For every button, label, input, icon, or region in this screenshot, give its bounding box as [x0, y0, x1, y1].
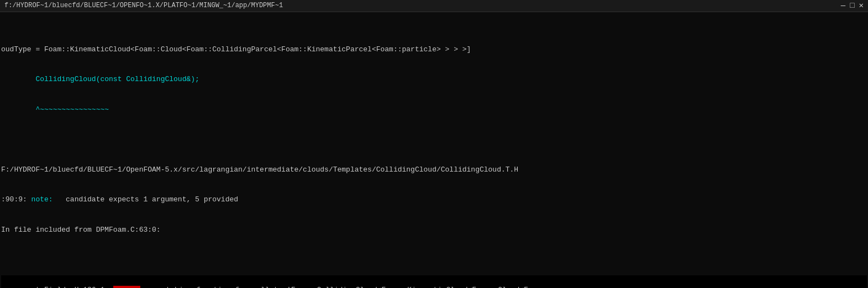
- line-6: :90:9: note: candidate expects 1 argumen…: [1, 195, 867, 205]
- line-1: oudType = Foam::KinematicCloud<Foam::Clo…: [1, 45, 867, 55]
- minimize-button[interactable]: —: [841, 1, 845, 12]
- close-button[interactable]: ✕: [859, 1, 864, 12]
- line-6-pre: :90:9:: [1, 195, 31, 204]
- line-7: In file included from DPMFoam.C:63:0:: [1, 225, 867, 235]
- line-blank-1: [1, 135, 867, 145]
- maximize-button[interactable]: □: [850, 1, 854, 12]
- line-7-text: In file included from DPMFoam.C:63:0:: [1, 226, 161, 234]
- line-6-rest: candidate expects 1 argument, 5 provided: [53, 195, 238, 204]
- line-5: F:/HYDROF~1/bluecfd/BLUECF~1/OpenFOAM-5.…: [1, 165, 867, 175]
- title-path: f:/HYDROF~1/bluecfd/BLUECF~1/OPENFO~1.X/…: [4, 1, 283, 10]
- error-label-8: error:: [113, 286, 140, 288]
- error-rest-8: no matching function for call to 'Foam::…: [140, 286, 537, 288]
- error-pre: createFields.H:136:1:: [18, 286, 113, 288]
- line-1-text: oudType = Foam::KinematicCloud<Foam::Clo…: [1, 45, 471, 54]
- line-3-text: ^~~~~~~~~~~~~~~~~: [1, 105, 109, 114]
- error-line-8: createFields.H:136:1: error: no matching…: [1, 275, 867, 288]
- title-bar: f:/HYDROF~1/bluecfd/BLUECF~1/OPENFO~1.X/…: [0, 0, 868, 12]
- line-3: ^~~~~~~~~~~~~~~~~: [1, 105, 867, 115]
- line-6-note: note:: [31, 195, 53, 204]
- terminal-content: oudType = Foam::KinematicCloud<Foam::Clo…: [0, 12, 868, 288]
- line-2: CollidingCloud(const CollidingCloud&);: [1, 74, 867, 84]
- line-5-text: F:/HYDROF~1/bluecfd/BLUECF~1/OpenFOAM-5.…: [1, 166, 518, 174]
- line-2-text: CollidingCloud(const CollidingCloud&);: [1, 75, 199, 83]
